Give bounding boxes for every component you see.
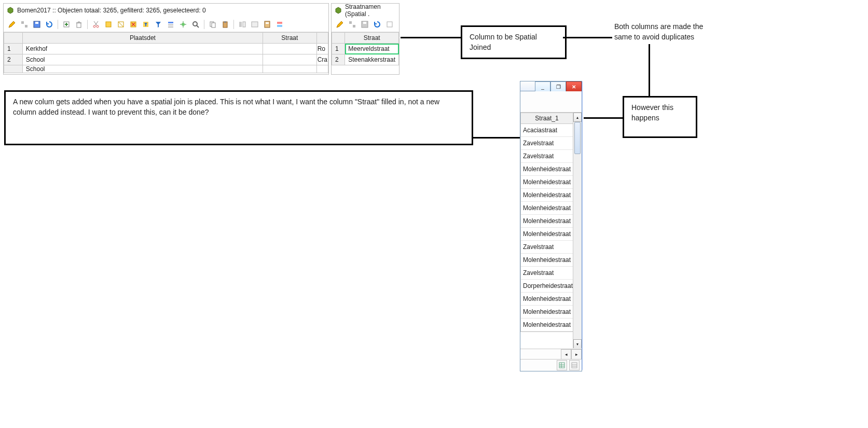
rownum-cell[interactable]: 2 [332,54,345,65]
straatnamen-table[interactable]: Straat 1 Meerveldstraat 2 Steenakkerstra… [332,32,399,65]
table-cell[interactable]: Dorperheidestraat [521,280,573,293]
vertical-scrollbar[interactable]: ▴ ▾ [573,113,582,348]
table-cell[interactable]: Zavelstraat [521,241,573,254]
cut-icon[interactable] [91,19,101,30]
invert-icon[interactable] [116,19,126,30]
table-cell[interactable]: Molenheidestraat [521,163,573,176]
rownum-cell[interactable]: 1 [4,44,23,54]
cell-straat[interactable] [263,54,317,65]
rownum-header[interactable] [4,33,23,44]
calculator-icon[interactable] [262,19,272,30]
result-column[interactable]: Straat_1 Acaciastraat Zavelstraat Zavels… [520,113,573,332]
table-view-icon[interactable] [557,360,567,370]
scroll-down-icon[interactable]: ▾ [573,339,582,348]
column-straat1[interactable]: Straat_1 [521,113,573,124]
scroll-right-icon[interactable]: ▸ [571,349,582,360]
straatnamen-titlebar[interactable]: Straatnamen (Spatial . [332,4,399,17]
selectall-icon[interactable] [103,19,114,30]
table-cell[interactable]: Molenheidestraat [521,202,573,215]
bomen-table[interactable]: Plaatsdet Straat 1 Kerkhof Ro 2 School C… [4,32,328,73]
table-row[interactable]: 1 Meerveldstraat [332,44,399,54]
table-cell[interactable]: Molenheidestraat [521,176,573,189]
connector-line [563,37,612,38]
table-row[interactable]: 1 Kerkhof Ro [4,44,328,54]
svg-rect-5 [77,23,81,27]
form-view-icon[interactable] [569,360,580,370]
cell-straat[interactable]: Steenakkerstraat [345,54,399,65]
svg-rect-1 [25,25,27,27]
deselect-icon[interactable] [128,19,139,30]
save-icon[interactable] [32,19,42,30]
column-straat[interactable]: Straat [263,33,317,44]
table-row[interactable]: 2 Steenakkerstraat [332,54,399,65]
cell-straat[interactable] [263,65,317,73]
table-row[interactable]: 2 School Cra [4,54,328,65]
bomen-window: Bomen2017 :: Objecten totaal: 3265, gefi… [3,3,329,75]
copy-icon[interactable] [208,19,218,30]
table-row[interactable]: School [4,65,328,73]
paste-icon[interactable] [220,19,230,30]
table-cell[interactable]: Molenheidestraat [521,254,573,267]
column-straat[interactable]: Straat [345,33,399,44]
delete-icon[interactable] [74,19,84,30]
svg-rect-34 [572,363,577,368]
addrow-icon[interactable] [384,19,395,30]
reload-icon[interactable] [372,19,382,30]
pencil-icon[interactable] [335,19,345,30]
save-icon[interactable] [360,19,370,30]
column-extra[interactable] [316,33,328,44]
svg-rect-29 [353,25,355,27]
scrollbar-thumb[interactable] [574,122,581,154]
scroll-up-icon[interactable]: ▴ [573,113,582,122]
cell-extra[interactable]: Ro [316,44,328,54]
annotation-problem: A new colum gets added when you have a s… [4,90,473,145]
table-cell[interactable]: Acaciastraat [521,124,573,137]
table-cell[interactable]: Molenheidestraat [521,293,573,306]
column-plaatsdet[interactable]: Plaatsdet [22,33,263,44]
table-cell[interactable]: Molenheidestraat [521,189,573,202]
connector-line [401,37,461,38]
rownum-cell[interactable]: 2 [4,54,23,65]
table-cell[interactable]: Molenheidestraat [521,306,573,319]
zoom-icon[interactable] [190,19,201,30]
cell-plaatsdet[interactable]: School [22,54,263,65]
rownum-header[interactable] [332,33,345,44]
form-hidden-icon[interactable] [250,19,260,30]
form-icon[interactable] [237,19,247,30]
cell-straat[interactable]: Meerveldstraat [345,44,399,54]
scroll-left-icon[interactable]: ◂ [561,349,571,360]
bomen-titlebar[interactable]: Bomen2017 :: Objecten totaal: 3265, gefi… [4,4,328,17]
table-cell[interactable]: Zavelstraat [521,137,573,150]
table-cell[interactable]: Molenheidestraat [521,319,573,332]
toolbar-separator [204,20,204,29]
maximize-button[interactable]: ❐ [550,81,566,92]
pencil-icon[interactable] [7,19,17,30]
table-cell[interactable]: Molenheidestraat [521,228,573,241]
annotation-text: However this happens [631,103,673,122]
cell-plaatsdet[interactable]: Kerkhof [22,44,263,54]
cell-extra[interactable]: Cra [316,54,328,65]
filter-selection-icon[interactable] [141,19,151,30]
minimize-button[interactable]: _ [535,81,550,92]
cell-plaatsdet[interactable]: School [22,65,263,73]
filter-icon[interactable] [153,19,163,30]
rownum-cell[interactable]: 1 [332,44,345,54]
rownum-cell[interactable] [4,65,23,73]
cell-straat[interactable] [263,44,317,54]
multiedit-icon[interactable] [19,19,30,30]
multiedit-icon[interactable] [347,19,357,30]
table-cell[interactable]: Zavelstraat [521,150,573,163]
svg-rect-8 [106,22,111,27]
addrow-icon[interactable] [61,19,72,30]
movetop-icon[interactable] [166,19,176,30]
table-cell[interactable]: Zavelstraat [521,267,573,280]
table-cell[interactable]: Molenheidestraat [521,215,573,228]
result-titlebar[interactable]: _ ❐ ✕ [520,81,582,91]
conditional-icon[interactable] [274,19,285,30]
cell-extra[interactable] [316,65,328,73]
pan-icon[interactable] [178,19,188,30]
hscroll-row: ◂ ▸ [520,349,582,360]
close-button[interactable]: ✕ [566,81,582,92]
svg-point-15 [182,23,185,26]
reload-icon[interactable] [44,19,54,30]
